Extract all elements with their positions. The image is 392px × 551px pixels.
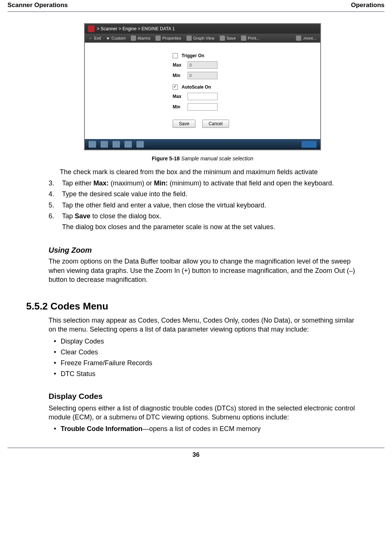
figure-screenshot: > Scanner > Engine > ENGINE DATA 1 ←Exit… [84,23,321,150]
step-3: Tap either Max: (maximum) or Min: (minim… [62,179,356,188]
page-number: 36 [7,447,385,466]
disk-icon [220,36,225,41]
step-5: Tap the other field and enter a value, t… [62,201,356,210]
autoscale-max-input[interactable] [188,93,217,100]
more-button[interactable]: .more... [296,36,317,41]
trigger-on-checkbox[interactable] [173,53,178,58]
bullet-icon: • [54,347,56,357]
task-icon[interactable] [101,141,108,148]
bullet-icon: • [54,336,56,347]
header-left: Scanner Operations [7,1,68,9]
task-icon[interactable] [124,141,132,148]
tray-icon[interactable] [302,141,317,148]
list-item: Freeze Frame/Failure Records [61,358,152,368]
header-right: Operations [351,1,385,9]
gear-icon [155,36,161,41]
autoscale-on-checkbox[interactable] [173,84,178,90]
intro-line: The check mark is cleared from the box a… [49,167,356,176]
bullet-icon: • [54,358,56,368]
printer-icon [241,36,246,41]
properties-button[interactable]: Properties [155,36,181,41]
codes-menu-paragraph: This selection may appear as Codes, Code… [49,316,356,334]
list-item: Clear Codes [61,347,98,357]
list-item: DTC Status [61,369,95,379]
bullet-icon: • [54,369,56,379]
list-item: Trouble Code Information—opens a list of… [61,424,260,434]
autoscale-on-label: AutoScale On [182,84,211,90]
trigger-max-input[interactable] [188,61,217,69]
step-6-result: The dialog box closes and the parameter … [62,222,356,232]
step-number: 3. [49,179,55,188]
step-number: 4. [49,190,55,199]
task-icon[interactable] [112,141,120,148]
figure-caption: Sample manual scale selection [180,156,253,161]
graphview-button[interactable]: Graph View [186,36,214,41]
cancel-button[interactable]: Cancel [202,120,229,128]
bell-icon [131,36,136,41]
save-toolbar-button[interactable]: Save [220,36,236,41]
autoscale-min-input[interactable] [188,103,217,111]
step-6: Tap Save to close the dialog box. [62,212,356,221]
exit-button[interactable]: ←Exit [89,36,101,40]
list-item: Display Codes [61,336,104,347]
chart-icon [186,36,192,41]
autoscale-min-label: Min [173,104,184,110]
custom-button[interactable]: ★Custom [106,36,126,41]
step-4: Type the desired scale value into the fi… [62,190,356,199]
save-button[interactable]: Save [173,120,195,128]
step-number: 6. [49,212,55,221]
trigger-min-label: Min [173,73,184,78]
using-zoom-heading: Using Zoom [49,246,356,255]
figure-number: Figure 5-18 [152,156,180,161]
trigger-on-label: Trigger On [182,53,204,58]
trigger-min-input[interactable] [188,72,217,79]
section-heading: 5.5.2 Codes Menu [26,301,356,312]
display-codes-paragraph: Selecting opens either a list of diagnos… [49,404,356,422]
app-logo-icon [88,25,95,32]
autoscale-max-label: Max [173,94,184,99]
more-icon [296,36,301,41]
print-button[interactable]: Print... [241,36,260,41]
display-codes-heading: Display Codes [49,392,356,401]
alarms-button[interactable]: Alarms [131,36,150,41]
step-number: 5. [49,201,55,210]
trigger-max-label: Max [173,62,184,68]
breadcrumb: > Scanner > Engine > ENGINE DATA 1 [97,26,175,31]
using-zoom-paragraph: The zoom options on the Data Buffer tool… [49,257,356,284]
task-icon[interactable] [136,141,144,148]
bullet-icon: • [54,424,56,434]
home-icon[interactable] [89,141,96,148]
